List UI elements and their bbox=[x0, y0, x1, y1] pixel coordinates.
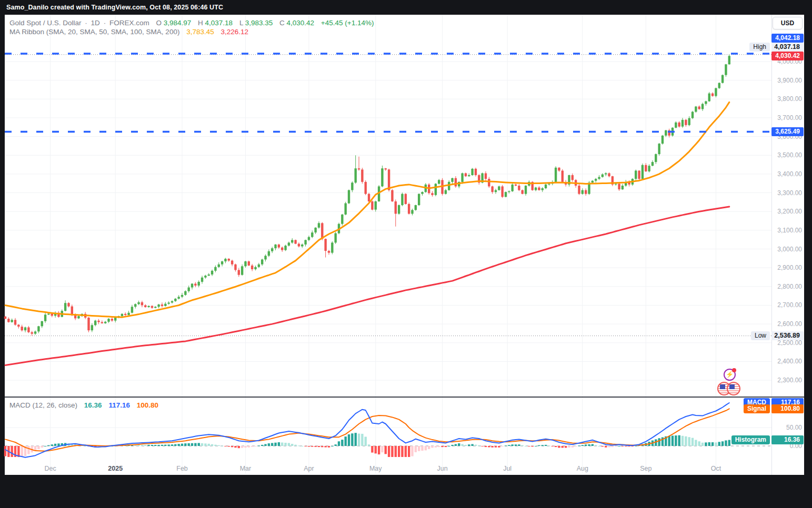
macd-hist-value: 16.36 bbox=[84, 401, 102, 409]
us-flag-event-icon[interactable] bbox=[727, 382, 740, 395]
time-tick-label: Feb bbox=[176, 463, 188, 474]
ma-red-value: 3,226.12 bbox=[220, 28, 248, 36]
time-tick-label: Oct bbox=[711, 463, 721, 474]
price-tick-label: 2,700.00 bbox=[772, 301, 802, 309]
interval-label: 1D bbox=[91, 19, 100, 27]
macd-legend[interactable]: MACD (12, 26, close) 16.36 117.16 100.80 bbox=[9, 401, 160, 409]
time-tick-label: Dec bbox=[44, 463, 56, 474]
price-tick-label: 2,600.00 bbox=[772, 320, 802, 328]
high-marker-chip: High bbox=[749, 43, 770, 52]
open-letter: O bbox=[156, 19, 162, 27]
macd-indicator-label: MACD (12, 26, close) bbox=[9, 401, 77, 409]
signal-badge-label: Signal bbox=[744, 404, 770, 413]
macd-signal-value: 100.80 bbox=[137, 401, 158, 409]
price-tick-label: 2,800.00 bbox=[772, 283, 802, 290]
close-value: 4,030.42 bbox=[287, 19, 315, 27]
price-tick-label: 3,800.00 bbox=[772, 95, 802, 103]
tradingview-snapshot: Samo_Danilo created with TradingView.com… bbox=[0, 0, 812, 508]
low-marker-value: 2,536.89 bbox=[771, 331, 804, 340]
price-tick-label: 3,000.00 bbox=[772, 246, 802, 253]
flag-canton bbox=[720, 384, 725, 389]
low-marker-chip: Low bbox=[751, 331, 770, 340]
ma-ribbon-label: MA Ribbon (SMA, 20, SMA, 50, SMA, 100, S… bbox=[9, 28, 179, 36]
price-tick-label: 2,400.00 bbox=[772, 358, 802, 365]
notification-dot bbox=[732, 368, 736, 372]
signal-badge-value: 100.80 bbox=[771, 404, 804, 413]
price-tick-label: 3,900.00 bbox=[772, 77, 802, 84]
high-value: 4,037.18 bbox=[205, 19, 233, 27]
flag-canton bbox=[729, 384, 735, 389]
time-tick-label: Jul bbox=[503, 463, 512, 474]
price-tick-label: 3,700.00 bbox=[772, 114, 802, 121]
footer-bar: TradingView bbox=[0, 475, 812, 508]
price-tick-label: 2,300.00 bbox=[772, 377, 802, 384]
exchange-label: FOREX.com bbox=[109, 19, 149, 27]
legend-separator: · bbox=[104, 19, 106, 27]
last-price-badge: 4,030.42 bbox=[771, 52, 804, 60]
price-tick-label: 3,200.00 bbox=[772, 208, 802, 215]
low-value: 3,983.35 bbox=[245, 19, 273, 27]
high-letter: H bbox=[198, 19, 203, 27]
price-tick-label: 3,500.00 bbox=[772, 151, 802, 159]
time-tick-label: Sep bbox=[640, 463, 651, 474]
legend-separator: · bbox=[85, 19, 87, 27]
open-value: 3,984.97 bbox=[164, 19, 192, 27]
time-tick-label: Mar bbox=[240, 463, 252, 474]
close-letter: C bbox=[279, 19, 285, 27]
ma-ribbon-legend[interactable]: MA Ribbon (SMA, 20, SMA, 50, SMA, 100, S… bbox=[9, 28, 250, 36]
price-tick-label: 3,300.00 bbox=[772, 189, 802, 197]
economic-events-icon[interactable]: ⚡ bbox=[724, 369, 736, 381]
pane-separator[interactable] bbox=[5, 397, 804, 398]
time-tick-label: Aug bbox=[577, 463, 588, 474]
histogram-badge-label: Histogram bbox=[731, 435, 770, 444]
price-tick-label: 2,900.00 bbox=[772, 264, 802, 271]
symbol-legend[interactable]: Gold Spot / U.S. Dollar · 1D · FOREX.com… bbox=[9, 19, 375, 27]
change-value: +45.45 (+1.14%) bbox=[321, 19, 374, 27]
high-marker-value: 4,037.18 bbox=[771, 43, 804, 52]
time-tick-label: May bbox=[369, 463, 382, 474]
price-tick-label: 3,100.00 bbox=[772, 227, 802, 234]
ma-orange-value: 3,783.45 bbox=[186, 28, 214, 36]
attribution-bar: Samo_Danilo created with TradingView.com… bbox=[0, 0, 812, 15]
histogram-badge-value: 16.36 bbox=[771, 435, 804, 444]
price-tick-label: 3,400.00 bbox=[772, 170, 802, 178]
symbol-title: Gold Spot / U.S. Dollar bbox=[9, 19, 82, 27]
currency-button[interactable]: USD bbox=[773, 17, 803, 29]
time-tick-label: Apr bbox=[304, 463, 314, 474]
low-letter: L bbox=[239, 19, 243, 27]
time-tick-label: Jun bbox=[437, 463, 447, 474]
macd-line-value: 117.16 bbox=[108, 401, 130, 409]
time-tick-label: 2025 bbox=[108, 463, 123, 474]
attribution-text: Samo_Danilo created with TradingView.com… bbox=[6, 0, 223, 15]
price-line-badge-mid[interactable]: 3,625.49 bbox=[771, 127, 804, 136]
macd-tick-label: 50.00 bbox=[772, 424, 802, 431]
price-line-badge-upper[interactable]: 4,042.18 bbox=[771, 34, 804, 43]
